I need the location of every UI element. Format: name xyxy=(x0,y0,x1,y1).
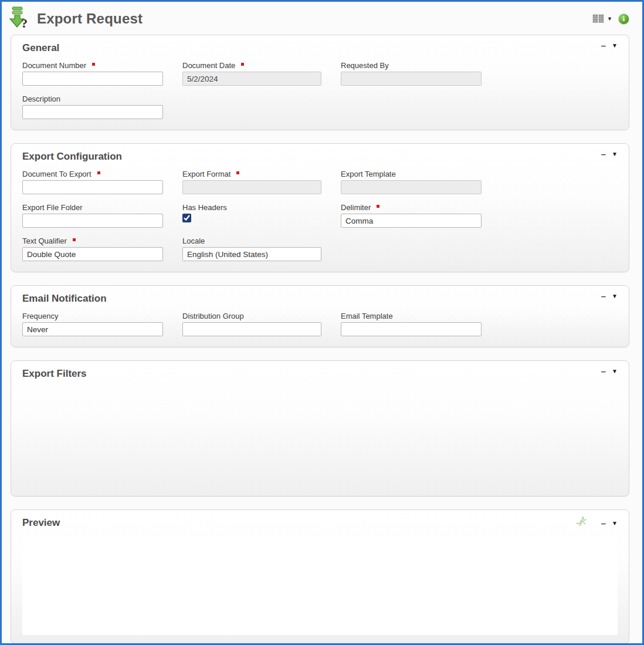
preview-output-area xyxy=(22,536,618,635)
collapse-icon[interactable]: – xyxy=(601,369,606,374)
chevron-down-icon[interactable]: ▼ xyxy=(612,520,618,526)
field-delimiter: Delimiter xyxy=(341,203,482,228)
field-export-file-folder: Export File Folder xyxy=(22,203,163,228)
section-email-notification-title: Email Notification xyxy=(22,293,107,305)
field-document-number: Document Number xyxy=(22,61,163,86)
export-filters-empty-area xyxy=(22,387,618,488)
field-document-to-export: Document To Export xyxy=(22,170,163,194)
required-icon xyxy=(377,205,379,208)
chevron-down-icon[interactable]: ▼ xyxy=(612,151,618,157)
has-headers-label: Has Headers xyxy=(182,203,227,212)
section-general: General – ▼ Document Number Document Dat… xyxy=(11,35,629,130)
collapse-icon[interactable]: – xyxy=(601,43,606,49)
run-preview-icon[interactable] xyxy=(576,516,587,529)
field-requested-by: Requested By xyxy=(341,61,482,86)
export-template-label: Export Template xyxy=(341,170,396,178)
section-preview: Preview – ▼ xyxy=(11,509,629,644)
column-chooser-icon xyxy=(592,14,605,24)
section-email-notification: Email Notification – ▼ Frequency Distrib… xyxy=(11,285,629,347)
chevron-down-icon[interactable]: ▼ xyxy=(612,42,618,49)
required-icon xyxy=(92,63,95,66)
export-format-input xyxy=(182,180,321,194)
email-template-input[interactable] xyxy=(341,322,482,336)
section-export-configuration: Export Configuration – ▼ Document To Exp… xyxy=(11,143,629,272)
export-format-label: Export Format xyxy=(182,170,231,178)
required-icon xyxy=(97,171,100,174)
document-to-export-input[interactable] xyxy=(22,180,163,194)
text-qualifier-input[interactable] xyxy=(22,247,163,261)
field-email-template: Email Template xyxy=(341,312,482,336)
field-export-template: Export Template xyxy=(341,170,482,194)
section-general-title: General xyxy=(22,42,59,54)
locale-input[interactable] xyxy=(182,247,321,261)
field-export-format: Export Format xyxy=(182,170,321,194)
collapse-icon[interactable]: – xyxy=(601,293,606,299)
document-to-export-label: Document To Export xyxy=(22,170,91,178)
section-export-configuration-title: Export Configuration xyxy=(22,151,122,163)
field-text-qualifier: Text Qualifier xyxy=(22,237,163,261)
export-file-folder-label: Export File Folder xyxy=(22,203,83,212)
email-template-label: Email Template xyxy=(341,312,393,320)
required-icon xyxy=(73,238,76,241)
field-description: Description xyxy=(22,94,163,119)
requested-by-input xyxy=(341,72,482,86)
document-date-input xyxy=(182,72,321,86)
svg-text:?: ? xyxy=(21,16,28,29)
collapse-icon[interactable]: – xyxy=(601,521,606,526)
page-title: Export Request xyxy=(37,11,143,27)
field-has-headers: Has Headers xyxy=(182,203,321,228)
frequency-input[interactable] xyxy=(22,322,163,336)
document-number-label: Document Number xyxy=(22,61,86,70)
delimiter-label: Delimiter xyxy=(341,203,371,212)
section-export-filters-title: Export Filters xyxy=(22,368,87,380)
description-label: Description xyxy=(22,94,60,103)
field-locale: Locale xyxy=(182,237,321,261)
section-preview-title: Preview xyxy=(22,517,60,529)
info-icon[interactable]: i xyxy=(618,13,629,25)
text-qualifier-label: Text Qualifier xyxy=(22,237,67,245)
locale-label: Locale xyxy=(182,237,205,245)
field-document-date: Document Date xyxy=(182,61,321,86)
description-input[interactable] xyxy=(22,105,163,119)
required-icon xyxy=(236,171,239,174)
delimiter-input[interactable] xyxy=(341,214,482,228)
collapse-icon[interactable]: – xyxy=(601,151,606,157)
document-date-label: Document Date xyxy=(182,61,235,70)
field-frequency: Frequency xyxy=(22,312,163,336)
page-header: ? Export Request ▼ i xyxy=(2,2,642,35)
distribution-group-label: Distribution Group xyxy=(182,312,244,320)
document-number-input[interactable] xyxy=(22,72,163,86)
chevron-down-icon[interactable]: ▼ xyxy=(612,368,618,374)
export-request-icon: ? xyxy=(9,6,31,32)
frequency-label: Frequency xyxy=(22,312,58,320)
distribution-group-input[interactable] xyxy=(182,322,321,336)
requested-by-label: Requested By xyxy=(341,61,389,70)
export-template-input xyxy=(341,180,482,194)
column-chooser-button[interactable]: ▼ xyxy=(592,14,612,24)
section-export-filters: Export Filters – ▼ xyxy=(11,360,629,497)
field-distribution-group: Distribution Group xyxy=(182,312,321,336)
chevron-down-icon: ▼ xyxy=(607,16,612,22)
chevron-down-icon[interactable]: ▼ xyxy=(612,293,618,299)
export-file-folder-input[interactable] xyxy=(22,214,163,228)
has-headers-checkbox[interactable] xyxy=(182,214,191,222)
required-icon xyxy=(241,63,244,66)
